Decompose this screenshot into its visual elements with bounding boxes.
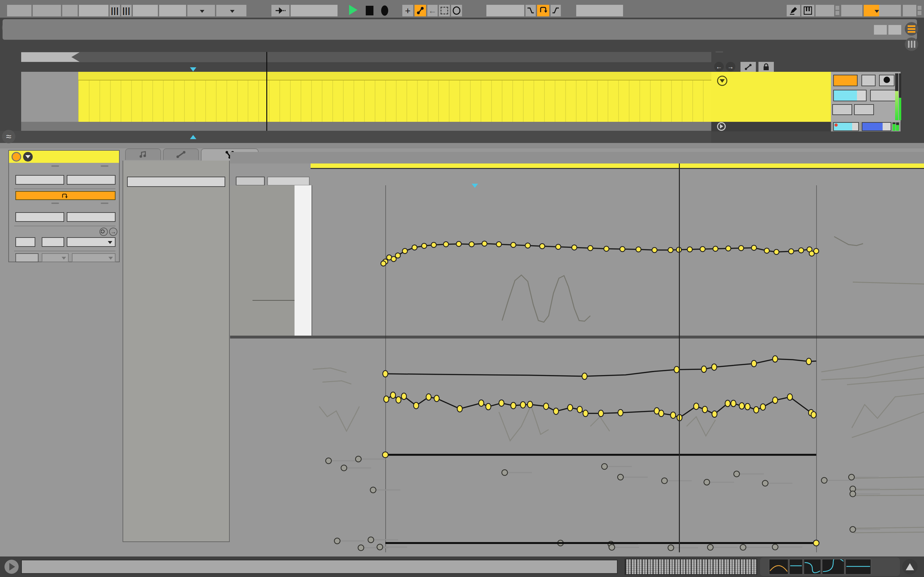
tab-envelopes[interactable]	[163, 148, 199, 160]
tempo-field[interactable]	[79, 5, 108, 16]
position-set-button[interactable]	[51, 203, 59, 204]
arm-button[interactable]	[879, 75, 895, 86]
signature-denominator-field[interactable]	[42, 237, 64, 247]
back-to-arrangement-button[interactable]: ←	[427, 5, 438, 16]
editor-loop-bar[interactable]	[310, 163, 924, 169]
shaper-thumb[interactable]	[822, 559, 845, 574]
clip-start-field[interactable]	[15, 175, 64, 185]
stop-button[interactable]	[366, 5, 373, 17]
midi-channel-box[interactable]	[833, 75, 858, 86]
prev-locator-button[interactable]: ←	[714, 62, 724, 71]
notification-button[interactable]	[902, 559, 918, 574]
punch-in-position-field[interactable]	[486, 5, 524, 16]
capture-midi-button[interactable]	[415, 5, 426, 16]
solo-button[interactable]	[861, 75, 876, 86]
signature-numerator-field[interactable]	[15, 237, 35, 247]
arrangement-position-field[interactable]	[291, 5, 338, 16]
send-a-field[interactable]	[832, 104, 852, 115]
track-header-lead-main[interactable]	[711, 72, 831, 122]
scale-root-select[interactable]	[42, 253, 69, 262]
utility-thumb[interactable]	[789, 559, 803, 574]
lane-splitter[interactable]	[230, 335, 924, 338]
scale-highlight-button[interactable]	[267, 177, 310, 185]
play-button[interactable]	[349, 5, 357, 16]
nudge-up-icon[interactable]: |||	[121, 5, 132, 16]
tab-notes[interactable]	[125, 148, 161, 160]
master-track-header[interactable]	[711, 122, 831, 131]
nudge-down-icon[interactable]: |||	[110, 5, 120, 16]
insert-marker-time-ruler[interactable]	[190, 135, 196, 139]
arrangement-overview[interactable]	[3, 19, 917, 40]
draw-mode-button[interactable]	[787, 5, 800, 16]
bar-ruler[interactable]	[21, 39, 711, 52]
insert-marker-top[interactable]	[190, 67, 196, 71]
midi-map-button[interactable]	[841, 5, 863, 16]
key-map-button[interactable]	[816, 5, 834, 16]
computer-midi-keyboard-button[interactable]	[801, 5, 814, 16]
preview-volume-field[interactable]	[833, 122, 859, 131]
piano-keys[interactable]	[294, 185, 312, 335]
follow-button[interactable]	[33, 5, 61, 16]
set-locator-button[interactable]	[716, 51, 723, 53]
length-set-button[interactable]	[101, 203, 108, 204]
clip-color-icon[interactable]	[11, 152, 21, 161]
editor-beat-ruler[interactable]	[230, 152, 924, 163]
fold-button[interactable]	[236, 177, 265, 185]
send-b-field[interactable]	[854, 104, 874, 115]
scale-name-select[interactable]	[72, 253, 115, 262]
automation-mode-button[interactable]	[740, 62, 756, 72]
end-set-button[interactable]	[101, 165, 108, 167]
tap-tempo-button[interactable]	[62, 5, 78, 16]
overdub-plus-button[interactable]: +	[402, 5, 413, 16]
wavetable-thumb[interactable]	[769, 559, 788, 574]
track-lines-button[interactable]	[905, 37, 918, 51]
midi-clip-lead-main[interactable]	[78, 72, 711, 122]
next-locator-button[interactable]: →	[726, 62, 735, 71]
lock-envelopes-button[interactable]	[758, 62, 774, 72]
record-button[interactable]	[381, 5, 388, 17]
loop-switch-button[interactable]	[537, 5, 549, 16]
loop-toggle-button[interactable]	[15, 191, 115, 200]
loop-length-field-clip[interactable]	[67, 212, 115, 222]
selected-note-field[interactable]	[127, 177, 225, 187]
follow-playhead-button[interactable]	[271, 5, 289, 16]
link-button[interactable]	[7, 5, 31, 16]
selection-box-button[interactable]	[439, 5, 450, 16]
track-fold-button[interactable]	[717, 76, 727, 86]
hamburger-menu-button[interactable]	[905, 22, 918, 35]
master-volume-field[interactable]	[862, 122, 891, 131]
punch-in-button[interactable]	[525, 5, 536, 16]
metronome-button[interactable]	[187, 5, 215, 16]
clip-overview-map[interactable]	[625, 559, 757, 575]
track-volume-field[interactable]	[833, 90, 867, 101]
start-set-button[interactable]	[51, 165, 59, 167]
optimize-width-button[interactable]	[888, 25, 901, 35]
cpu-meter[interactable]	[864, 5, 901, 16]
filter-thumb[interactable]	[804, 559, 821, 574]
eq-thumb[interactable]	[845, 559, 871, 574]
note-grid[interactable]	[312, 185, 924, 335]
draw-circle-button[interactable]	[451, 5, 462, 16]
device-chain-preview[interactable]	[760, 558, 900, 576]
punch-out-button[interactable]	[551, 5, 561, 16]
extract-groove-icon[interactable]: →	[109, 227, 118, 236]
groove-select[interactable]	[67, 237, 115, 247]
clip-title-bar[interactable]	[78, 72, 711, 81]
status-play-button[interactable]	[5, 560, 19, 574]
time-signature-field[interactable]	[133, 5, 158, 16]
scale-toggle-button[interactable]	[15, 253, 39, 262]
loop-position-field[interactable]	[15, 212, 64, 222]
time-ruler[interactable]	[0, 131, 711, 143]
groove-amount-menu[interactable]	[216, 5, 246, 16]
quantization-menu[interactable]	[159, 5, 186, 16]
loop-length-field[interactable]	[576, 5, 623, 16]
clip-end-field[interactable]	[67, 175, 115, 185]
loop-brace[interactable]	[21, 52, 79, 62]
optimize-height-button[interactable]	[874, 25, 887, 35]
smooth-scroll-button[interactable]: ≈	[2, 130, 15, 143]
scrub-area[interactable]	[21, 52, 711, 62]
track-pan-field[interactable]	[870, 90, 898, 101]
master-fold-button[interactable]	[717, 122, 726, 131]
clip-fold-button[interactable]	[23, 152, 33, 161]
commit-groove-icon[interactable]	[99, 227, 108, 236]
